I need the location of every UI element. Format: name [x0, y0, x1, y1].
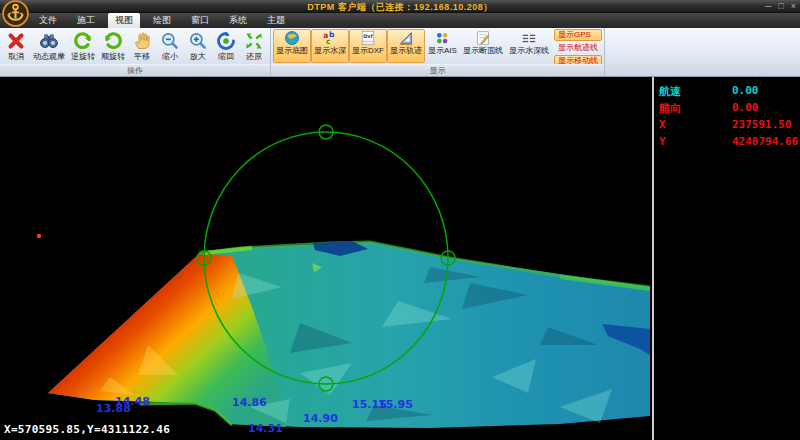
- svg-text:c: c: [326, 37, 330, 46]
- telemetry-row-speed: 航速 0.00: [654, 83, 800, 100]
- speed-label: 航速: [659, 84, 681, 99]
- heading-value: 0.00: [732, 101, 759, 114]
- telemetry-row-x: X 237591.50: [654, 117, 800, 134]
- hand-icon: [131, 30, 153, 52]
- title-bar: DTPM 客户端（已连接：192.168.10.208） ─ □ ×: [0, 0, 800, 13]
- menu-item-window[interactable]: 窗口: [184, 13, 216, 28]
- window-controls: ─ □ ×: [765, 0, 796, 12]
- rotate-ccw-button[interactable]: 逆旋转: [68, 29, 98, 63]
- telemetry-row-heading: 艏向 0.00: [654, 100, 800, 117]
- track-ruler-icon: [397, 30, 415, 46]
- show-basemap-button[interactable]: 显示底图: [273, 29, 311, 63]
- group-label-display: 显示: [271, 64, 604, 76]
- show-ais-button[interactable]: 显示AIS: [425, 29, 460, 63]
- show-gps-toggle[interactable]: 显示GPS: [554, 29, 602, 41]
- x-value: 237591.50: [732, 118, 792, 131]
- reset-icon: [215, 30, 237, 52]
- close-icon[interactable]: ×: [791, 0, 796, 12]
- water-depth-icon: abc: [321, 30, 339, 46]
- depth-label: 14.31: [248, 422, 283, 435]
- telemetry-row-y: Y 4248794.66: [654, 134, 800, 151]
- show-depth-line-button[interactable]: 显示水深线: [506, 29, 552, 63]
- y-value: 4248794.66: [732, 135, 798, 148]
- dynamic-view-button[interactable]: 动态观摩: [30, 29, 68, 63]
- menu-item-view[interactable]: 视图: [108, 13, 140, 28]
- show-section-line-button[interactable]: 显示断面线: [460, 29, 506, 63]
- restore-view-button[interactable]: 还原: [240, 29, 268, 63]
- group-label-operations: 操作: [0, 64, 270, 76]
- y-label: Y: [659, 135, 666, 148]
- terrain-viewport[interactable]: 13.88 14.48 14.86 14.90 15.15 15.95 14.3…: [0, 77, 652, 440]
- depth-label: 14.48: [115, 395, 150, 408]
- binoculars-icon: [38, 30, 60, 52]
- dxf-icon: Dxf: [359, 30, 377, 46]
- menu-bar: 文件 施工 视图 绘图 窗口 系统 主题: [0, 13, 800, 28]
- toolbar-group-operations: 取消 动态观摩 逆旋转: [0, 28, 271, 76]
- marker-dot: [37, 234, 41, 238]
- zoom-back-button[interactable]: 缩回: [212, 29, 240, 63]
- show-dxf-button[interactable]: Dxf 显示DXF: [349, 29, 387, 63]
- section-line-icon: [474, 30, 492, 46]
- app-logo-anchor-icon[interactable]: [2, 0, 29, 27]
- rotate-cw-button[interactable]: 顺旋转: [98, 29, 128, 63]
- base-map-icon: [283, 30, 301, 46]
- depth-label: 15.95: [378, 398, 413, 411]
- heading-label: 艏向: [659, 101, 681, 116]
- zoom-out-icon: [159, 30, 181, 52]
- cancel-button[interactable]: 取消: [2, 29, 30, 63]
- menu-item-theme[interactable]: 主题: [260, 13, 292, 28]
- cursor-coordinates: X=570595.85,Y=4311122.46: [4, 423, 170, 436]
- window-title: DTPM 客户端（已连接：192.168.10.208）: [0, 1, 800, 14]
- zoom-in-icon: [187, 30, 209, 52]
- speed-value: 0.00: [732, 84, 759, 97]
- x-label: X: [659, 118, 666, 131]
- telemetry-panel: 航速 0.00 艏向 0.00 X 237591.50 Y 4248794.66: [652, 77, 800, 440]
- menu-item-construction[interactable]: 施工: [70, 13, 102, 28]
- menu-item-system[interactable]: 系统: [222, 13, 254, 28]
- maximize-icon[interactable]: □: [778, 0, 783, 12]
- restore-icon: [243, 30, 265, 52]
- show-depth-button[interactable]: abc 显示水深: [311, 29, 349, 63]
- menu-item-drawing[interactable]: 绘图: [146, 13, 178, 28]
- svg-text:Dxf: Dxf: [363, 33, 373, 39]
- depth-line-icon: [520, 30, 538, 46]
- minimize-icon[interactable]: ─: [765, 0, 771, 12]
- display-toggle-stack: 显示GPS 显示航迹线 显示移动线: [554, 29, 602, 63]
- pan-button[interactable]: 平移: [128, 29, 156, 63]
- zoom-in-button[interactable]: 放大: [184, 29, 212, 63]
- show-trackline-toggle[interactable]: 显示航迹线: [554, 42, 602, 54]
- depth-label: 14.86: [232, 396, 267, 409]
- menu-item-file[interactable]: 文件: [32, 13, 64, 28]
- ais-icon: [433, 30, 451, 46]
- show-track-button[interactable]: 显示轨迹: [387, 29, 425, 63]
- bathymetry-scene: [0, 77, 652, 440]
- depth-label: 14.90: [303, 412, 338, 425]
- toolbar-group-display: 显示底图 abc 显示水深 Dxf 显示DXF 显示轨迹: [271, 28, 605, 76]
- ribbon-toolbar: 取消 动态观摩 逆旋转: [0, 28, 800, 77]
- zoom-out-button[interactable]: 缩小: [156, 29, 184, 63]
- rotate-cw-icon: [102, 30, 124, 52]
- cancel-icon: [5, 30, 27, 52]
- rotate-ccw-icon: [72, 30, 94, 52]
